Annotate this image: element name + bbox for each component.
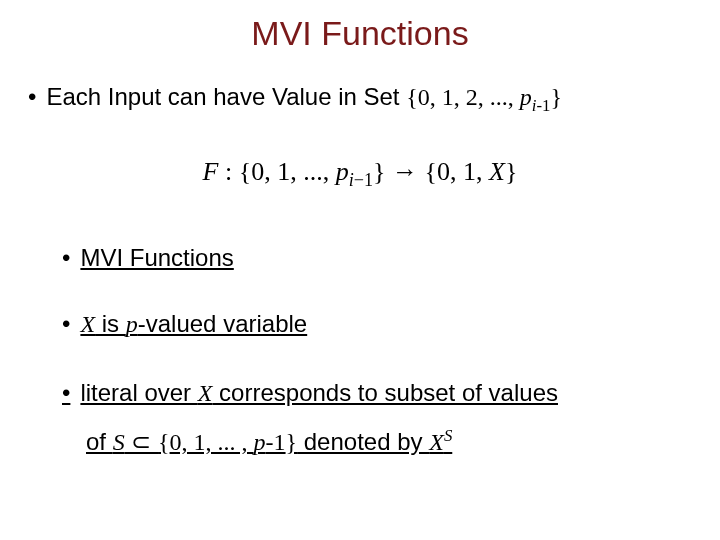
sub3-set-close: } bbox=[286, 429, 298, 455]
sub2-X: X bbox=[80, 311, 95, 337]
bullet-x-p-valued: • X is p-valued variable bbox=[0, 308, 720, 374]
formula-dom-open: { bbox=[239, 157, 251, 186]
sub3-a: literal over bbox=[80, 379, 197, 406]
bullet-text: Each Input can have Value in Set {0, 1, … bbox=[46, 81, 692, 117]
sub3-X2: X bbox=[429, 429, 444, 455]
bullet-text: X is p-valued variable bbox=[80, 308, 692, 340]
sub3-subset: ⊂ bbox=[125, 428, 158, 455]
set-sub-minus1: -1 bbox=[536, 96, 550, 115]
sub3-set-vals: 0, 1, ... , bbox=[170, 429, 254, 455]
sub3-sup-S: S bbox=[444, 426, 452, 445]
formula-cod-close: } bbox=[505, 157, 517, 186]
formula-mapping: F : {0, 1, ..., pi−1} → {0, 1, X} bbox=[0, 151, 720, 241]
set-vals: 0, 1, 2, ..., bbox=[418, 84, 520, 110]
set-p: p bbox=[520, 84, 532, 110]
sub2-p: p bbox=[126, 311, 138, 337]
sub2-mid: is bbox=[95, 310, 126, 337]
sub1-text: MVI Functions bbox=[80, 244, 233, 271]
set-open: { bbox=[406, 84, 418, 110]
sub3-set-p: p bbox=[254, 429, 266, 455]
sub3-b: corresponds to subset of values bbox=[212, 379, 558, 406]
formula-dom-vals: 0, 1, ..., bbox=[251, 157, 336, 186]
formula-cod-open: {0, 1, bbox=[425, 157, 489, 186]
bullet-dot: • bbox=[62, 242, 70, 274]
bullet-mvi-functions: • MVI Functions bbox=[0, 242, 720, 308]
bullet-dot: • bbox=[62, 308, 70, 340]
slide-title: MVI Functions bbox=[0, 0, 720, 81]
bullet-literal-over-x: •literal over X corresponds to subset of… bbox=[0, 374, 720, 461]
sub3-S: S bbox=[113, 429, 125, 455]
formula-dom-sub-m1: −1 bbox=[354, 171, 373, 191]
bullet-dot: • bbox=[28, 81, 36, 113]
sub3-set-open: { bbox=[158, 429, 170, 455]
formula-cod-X: X bbox=[489, 157, 505, 186]
formula-dom-close: } bbox=[373, 157, 385, 186]
literal-line1: •literal over X corresponds to subset of… bbox=[62, 374, 692, 412]
formula-arrow: → bbox=[386, 157, 425, 186]
sub3-set-m1: -1 bbox=[266, 429, 286, 455]
formula-dom-p: p bbox=[336, 157, 349, 186]
bullet-prefix: Each Input can have Value in Set bbox=[46, 83, 406, 110]
formula-F: F bbox=[203, 157, 219, 186]
sub3-X: X bbox=[198, 380, 213, 406]
bullet-text: MVI Functions bbox=[80, 242, 692, 274]
sub3-d: denoted by bbox=[297, 428, 429, 455]
literal-line2: of S ⊂ {0, 1, ... , p-1} denoted by XS bbox=[86, 423, 692, 461]
sub2-tail: -valued variable bbox=[138, 310, 307, 337]
formula-colon: : bbox=[218, 157, 238, 186]
sub3-c: of bbox=[86, 428, 113, 455]
bullet-each-input: • Each Input can have Value in Set {0, 1… bbox=[0, 81, 720, 151]
set-close: } bbox=[550, 84, 562, 110]
bullet-dot: • bbox=[62, 379, 70, 406]
